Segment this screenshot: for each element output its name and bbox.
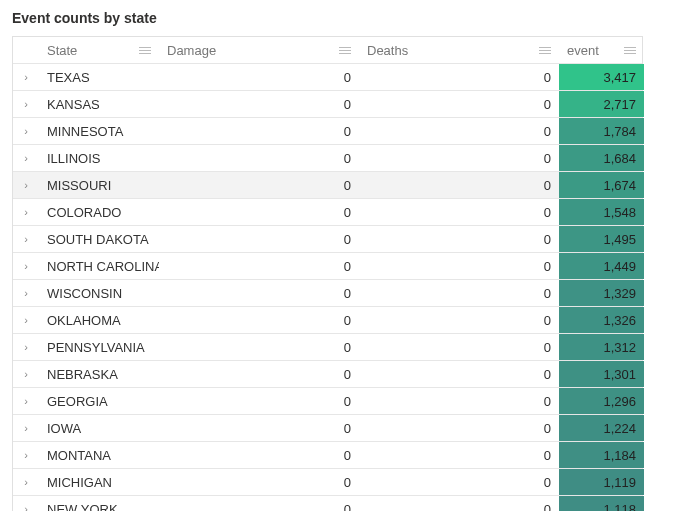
cell-damage: 0 xyxy=(159,145,359,171)
cell-event: 1,674 xyxy=(559,172,644,198)
header-state[interactable]: State xyxy=(39,37,159,63)
cell-state: OKLAHOMA xyxy=(39,307,159,333)
header-damage[interactable]: Damage xyxy=(159,37,359,63)
table-row[interactable]: ›WISCONSIN001,329 xyxy=(13,280,642,307)
expand-toggle[interactable]: › xyxy=(13,226,39,252)
cell-event: 1,301 xyxy=(559,361,644,387)
cell-event: 1,326 xyxy=(559,307,644,333)
expand-toggle[interactable]: › xyxy=(13,307,39,333)
table-row[interactable]: ›NEW YORK001,118 xyxy=(13,496,642,511)
header-deaths[interactable]: Deaths xyxy=(359,37,559,63)
cell-event: 1,784 xyxy=(559,118,644,144)
expand-toggle[interactable]: › xyxy=(13,145,39,171)
table-row[interactable]: ›KANSAS002,717 xyxy=(13,91,642,118)
column-menu-icon[interactable] xyxy=(539,47,551,54)
cell-state: TEXAS xyxy=(39,64,159,90)
chevron-right-icon: › xyxy=(24,179,28,191)
table-row[interactable]: ›GEORGIA001,296 xyxy=(13,388,642,415)
cell-state: GEORGIA xyxy=(39,388,159,414)
cell-damage: 0 xyxy=(159,361,359,387)
cell-event: 1,449 xyxy=(559,253,644,279)
column-menu-icon[interactable] xyxy=(139,47,151,54)
cell-event: 1,224 xyxy=(559,415,644,441)
table-row[interactable]: ›NORTH CAROLINA001,449 xyxy=(13,253,642,280)
cell-deaths: 0 xyxy=(359,280,559,306)
cell-event-value: 2,717 xyxy=(559,91,644,117)
chevron-right-icon: › xyxy=(24,368,28,380)
cell-damage: 0 xyxy=(159,226,359,252)
table-row[interactable]: ›MICHIGAN001,119 xyxy=(13,469,642,496)
table-row[interactable]: ›OKLAHOMA001,326 xyxy=(13,307,642,334)
cell-event-value: 1,119 xyxy=(559,469,644,495)
cell-event-value: 1,548 xyxy=(559,199,644,225)
expand-toggle[interactable]: › xyxy=(13,172,39,198)
cell-damage: 0 xyxy=(159,415,359,441)
cell-event: 1,548 xyxy=(559,199,644,225)
event-counts-panel: Event counts by state State Damage Death… xyxy=(0,0,679,511)
cell-deaths: 0 xyxy=(359,253,559,279)
table-row[interactable]: ›SOUTH DAKOTA001,495 xyxy=(13,226,642,253)
cell-damage: 0 xyxy=(159,442,359,468)
cell-event-value: 1,784 xyxy=(559,118,644,144)
cell-state: MINNESOTA xyxy=(39,118,159,144)
table-row[interactable]: ›PENNSYLVANIA001,312 xyxy=(13,334,642,361)
cell-damage: 0 xyxy=(159,91,359,117)
expand-toggle[interactable]: › xyxy=(13,199,39,225)
cell-event-value: 1,224 xyxy=(559,415,644,441)
expand-toggle[interactable]: › xyxy=(13,253,39,279)
cell-damage: 0 xyxy=(159,253,359,279)
expand-toggle[interactable]: › xyxy=(13,334,39,360)
cell-deaths: 0 xyxy=(359,172,559,198)
expand-toggle[interactable]: › xyxy=(13,469,39,495)
chevron-right-icon: › xyxy=(24,449,28,461)
expand-toggle[interactable]: › xyxy=(13,64,39,90)
expand-toggle[interactable]: › xyxy=(13,118,39,144)
table-row[interactable]: ›COLORADO001,548 xyxy=(13,199,642,226)
cell-event: 1,684 xyxy=(559,145,644,171)
cell-state: PENNSYLVANIA xyxy=(39,334,159,360)
table-row[interactable]: ›ILLINOIS001,684 xyxy=(13,145,642,172)
table-row[interactable]: ›MONTANA001,184 xyxy=(13,442,642,469)
cell-damage: 0 xyxy=(159,496,359,511)
expand-toggle[interactable]: › xyxy=(13,442,39,468)
cell-event-value: 1,449 xyxy=(559,253,644,279)
cell-damage: 0 xyxy=(159,172,359,198)
expand-toggle[interactable]: › xyxy=(13,91,39,117)
column-menu-icon[interactable] xyxy=(624,47,636,54)
header-event-label: event xyxy=(567,43,624,58)
cell-event: 1,118 xyxy=(559,496,644,511)
table-row[interactable]: ›MINNESOTA001,784 xyxy=(13,118,642,145)
column-menu-icon[interactable] xyxy=(339,47,351,54)
cell-deaths: 0 xyxy=(359,388,559,414)
cell-deaths: 0 xyxy=(359,361,559,387)
header-event[interactable]: event xyxy=(559,37,644,63)
cell-event-value: 1,296 xyxy=(559,388,644,414)
cell-event-value: 1,326 xyxy=(559,307,644,333)
chevron-right-icon: › xyxy=(24,98,28,110)
expand-toggle[interactable]: › xyxy=(13,388,39,414)
expand-toggle[interactable]: › xyxy=(13,280,39,306)
header-expand xyxy=(13,37,39,63)
table-row[interactable]: ›NEBRASKA001,301 xyxy=(13,361,642,388)
expand-toggle[interactable]: › xyxy=(13,415,39,441)
cell-event-value: 1,329 xyxy=(559,280,644,306)
cell-state: COLORADO xyxy=(39,199,159,225)
cell-deaths: 0 xyxy=(359,64,559,90)
header-deaths-label: Deaths xyxy=(367,43,539,58)
cell-state: SOUTH DAKOTA xyxy=(39,226,159,252)
chevron-right-icon: › xyxy=(24,503,28,511)
chevron-right-icon: › xyxy=(24,476,28,488)
expand-toggle[interactable]: › xyxy=(13,496,39,511)
table-row[interactable]: ›MISSOURI001,674 xyxy=(13,172,642,199)
cell-event: 1,296 xyxy=(559,388,644,414)
cell-deaths: 0 xyxy=(359,469,559,495)
cell-state: NEW YORK xyxy=(39,496,159,511)
cell-deaths: 0 xyxy=(359,442,559,468)
cell-event-value: 1,312 xyxy=(559,334,644,360)
cell-deaths: 0 xyxy=(359,496,559,511)
chevron-right-icon: › xyxy=(24,422,28,434)
cell-event-value: 1,184 xyxy=(559,442,644,468)
table-row[interactable]: ›IOWA001,224 xyxy=(13,415,642,442)
expand-toggle[interactable]: › xyxy=(13,361,39,387)
table-row[interactable]: ›TEXAS003,417 xyxy=(13,64,642,91)
